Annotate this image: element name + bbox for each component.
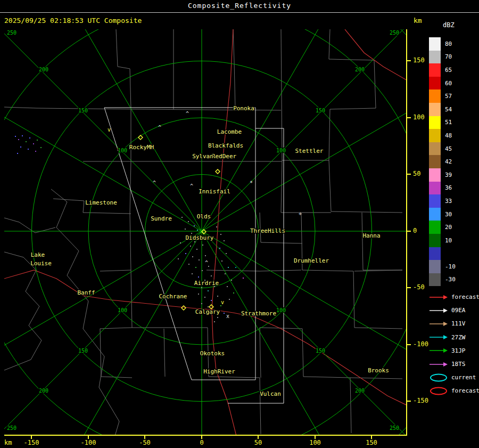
city-label: HighRiver bbox=[203, 368, 235, 375]
legend-item: 18TS bbox=[429, 357, 479, 371]
colorbar-entry: 57 bbox=[429, 89, 456, 103]
colorbar-title: dBZ bbox=[443, 21, 455, 29]
range-label: 200 bbox=[39, 388, 48, 394]
legend-label: 09EA bbox=[451, 307, 466, 314]
colorbar-value-label: 20 bbox=[445, 224, 452, 231]
colorbar-value-label: 42 bbox=[445, 158, 452, 165]
x-axis-label: 50 bbox=[246, 439, 270, 446]
range-label: 250 bbox=[390, 30, 399, 36]
app-window: Composite_Reflectivity 2025/09/25 02:18:… bbox=[0, 0, 479, 448]
colorbar-value-label: 70 bbox=[445, 53, 452, 60]
city-label: Louise bbox=[30, 260, 52, 267]
legend-ellipse-icon bbox=[429, 373, 448, 382]
colorbar-swatch bbox=[429, 194, 441, 208]
y-axis-tick bbox=[407, 60, 411, 61]
colorbar-entry: -10 bbox=[429, 260, 456, 273]
radar-coverage-outline bbox=[104, 108, 284, 403]
x-axis-label: -50 bbox=[133, 439, 156, 446]
x-axis-label: -150 bbox=[20, 439, 43, 446]
colorbar-entry bbox=[429, 247, 456, 260]
city-label: Lake bbox=[31, 251, 45, 258]
legend-label: 27ZW bbox=[451, 334, 466, 341]
range-label: 200 bbox=[355, 67, 365, 72]
colorbar-entry: 33 bbox=[429, 194, 456, 208]
city-label: RockyMH bbox=[129, 144, 154, 151]
station-mark: v bbox=[108, 127, 111, 133]
radar-site-icon bbox=[216, 169, 220, 174]
x-axis-label: 150 bbox=[360, 439, 383, 446]
range-label: 100 bbox=[276, 148, 286, 153]
colorbar-swatch bbox=[429, 142, 441, 156]
legend-arrow-icon bbox=[429, 320, 448, 328]
colorbar-entry: 10 bbox=[429, 234, 456, 247]
colorbar-value-label: 36 bbox=[445, 184, 452, 191]
y-axis-tick bbox=[407, 117, 411, 118]
station-mark: * bbox=[250, 180, 253, 186]
range-label: 150 bbox=[78, 348, 88, 354]
colorbar-entry: 60 bbox=[429, 77, 456, 90]
colorbar-value-label: 51 bbox=[445, 119, 452, 126]
x-axis-label: -100 bbox=[77, 439, 100, 446]
colorbar-swatch bbox=[429, 247, 441, 260]
legend-ellipse-icon bbox=[429, 387, 448, 395]
city-label: Banff bbox=[77, 289, 95, 296]
range-label: 150 bbox=[316, 108, 325, 113]
colorbar-swatch bbox=[429, 182, 441, 195]
y-axis-label: -50 bbox=[413, 283, 434, 291]
city-label: Brooks bbox=[368, 367, 389, 374]
y-axis-tick bbox=[407, 231, 411, 232]
legend-item: forecast bbox=[429, 290, 479, 304]
city-label: Didsbury bbox=[186, 234, 214, 241]
y-axis-tick bbox=[407, 344, 411, 345]
y-axis-label: 150 bbox=[413, 56, 434, 64]
x-axis-label: 100 bbox=[303, 439, 327, 446]
colorbar-entry: 36 bbox=[429, 182, 456, 195]
y-axis-label: -100 bbox=[413, 340, 434, 348]
colorbar-value-label: 30 bbox=[445, 211, 452, 218]
station-mark: ^ bbox=[153, 180, 156, 186]
y-axis-label: 0 bbox=[413, 227, 434, 234]
range-label: 250 bbox=[390, 425, 399, 431]
legend-label: 31JP bbox=[451, 347, 466, 354]
legend-item: 111V bbox=[429, 317, 479, 330]
city-label: Cochrane bbox=[159, 293, 187, 300]
range-label: 150 bbox=[78, 108, 88, 113]
range-label: 250 bbox=[7, 425, 16, 431]
city-label: Drumheller bbox=[294, 257, 329, 264]
legend-label: 18TS bbox=[451, 361, 466, 368]
legend-label: forecast bbox=[451, 387, 479, 394]
city-label: RedDeer bbox=[212, 153, 237, 160]
colorbar-value-label: -30 bbox=[445, 276, 456, 283]
colorbar-entry: 30 bbox=[429, 208, 456, 221]
colorbar: 80706560575451484542393633302010-10-30 bbox=[429, 37, 456, 286]
colorbar-value-label: -10 bbox=[445, 263, 456, 270]
colorbar-swatch bbox=[429, 63, 441, 77]
colorbar-swatch bbox=[429, 77, 441, 90]
window-title: Composite_Reflectivity bbox=[0, 0, 479, 13]
colorbar-entry: 45 bbox=[429, 142, 456, 156]
city-label: Okotoks bbox=[200, 350, 225, 357]
y-axis-label: -150 bbox=[413, 397, 434, 404]
city-label: Hanna bbox=[362, 232, 380, 239]
station-mark: ^ bbox=[205, 260, 208, 266]
legend-item: 09EA bbox=[429, 304, 479, 317]
colorbar-swatch bbox=[429, 129, 441, 142]
radar-map[interactable]: 2502001501001001502002501001502002501001… bbox=[4, 29, 407, 436]
y-axis-tick bbox=[407, 174, 411, 175]
colorbar-swatch bbox=[429, 37, 441, 51]
colorbar-swatch bbox=[429, 208, 441, 221]
legend-arrow-icon bbox=[429, 306, 448, 315]
legend: forecast09EA111V27ZW31JP18TScurrentforec… bbox=[429, 290, 479, 398]
legend-item: forecast bbox=[429, 384, 479, 397]
radar-site-icon bbox=[181, 306, 186, 310]
city-label: Innisfail bbox=[199, 188, 230, 195]
y-axis-label: 50 bbox=[413, 170, 434, 177]
radar-echoes bbox=[15, 135, 244, 322]
station-mark: ^ bbox=[186, 111, 189, 117]
legend-label: forecast bbox=[451, 294, 479, 300]
legend-item: current bbox=[429, 371, 479, 384]
colorbar-swatch bbox=[429, 89, 441, 103]
station-mark: ^ bbox=[158, 125, 161, 131]
station-mark: + bbox=[299, 211, 302, 217]
colorbar-value-label: 54 bbox=[445, 106, 452, 113]
